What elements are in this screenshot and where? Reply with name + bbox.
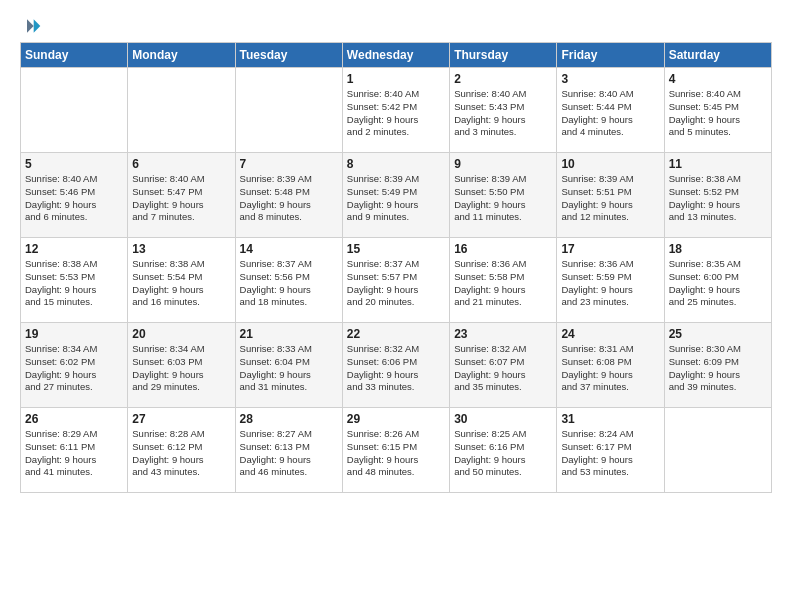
calendar-cell: 24Sunrise: 8:31 AM Sunset: 6:08 PM Dayli… (557, 323, 664, 408)
calendar-cell: 12Sunrise: 8:38 AM Sunset: 5:53 PM Dayli… (21, 238, 128, 323)
calendar-week-row: 12Sunrise: 8:38 AM Sunset: 5:53 PM Dayli… (21, 238, 772, 323)
cell-content: Sunrise: 8:27 AM Sunset: 6:13 PM Dayligh… (240, 428, 338, 479)
cell-content: Sunrise: 8:24 AM Sunset: 6:17 PM Dayligh… (561, 428, 659, 479)
day-number: 18 (669, 242, 767, 256)
day-number: 8 (347, 157, 445, 171)
calendar-cell: 20Sunrise: 8:34 AM Sunset: 6:03 PM Dayli… (128, 323, 235, 408)
calendar-week-row: 5Sunrise: 8:40 AM Sunset: 5:46 PM Daylig… (21, 153, 772, 238)
calendar-cell: 25Sunrise: 8:30 AM Sunset: 6:09 PM Dayli… (664, 323, 771, 408)
day-number: 25 (669, 327, 767, 341)
cell-content: Sunrise: 8:28 AM Sunset: 6:12 PM Dayligh… (132, 428, 230, 479)
day-number: 11 (669, 157, 767, 171)
day-number: 9 (454, 157, 552, 171)
calendar-cell (235, 68, 342, 153)
cell-content: Sunrise: 8:36 AM Sunset: 5:58 PM Dayligh… (454, 258, 552, 309)
cell-content: Sunrise: 8:38 AM Sunset: 5:52 PM Dayligh… (669, 173, 767, 224)
cell-content: Sunrise: 8:25 AM Sunset: 6:16 PM Dayligh… (454, 428, 552, 479)
cell-content: Sunrise: 8:39 AM Sunset: 5:50 PM Dayligh… (454, 173, 552, 224)
calendar-cell: 15Sunrise: 8:37 AM Sunset: 5:57 PM Dayli… (342, 238, 449, 323)
calendar-table: SundayMondayTuesdayWednesdayThursdayFrid… (20, 42, 772, 493)
cell-content: Sunrise: 8:39 AM Sunset: 5:51 PM Dayligh… (561, 173, 659, 224)
cell-content: Sunrise: 8:40 AM Sunset: 5:46 PM Dayligh… (25, 173, 123, 224)
calendar-cell: 8Sunrise: 8:39 AM Sunset: 5:49 PM Daylig… (342, 153, 449, 238)
calendar-cell: 9Sunrise: 8:39 AM Sunset: 5:50 PM Daylig… (450, 153, 557, 238)
calendar-cell: 29Sunrise: 8:26 AM Sunset: 6:15 PM Dayli… (342, 408, 449, 493)
day-number: 19 (25, 327, 123, 341)
day-number: 3 (561, 72, 659, 86)
day-number: 7 (240, 157, 338, 171)
cell-content: Sunrise: 8:34 AM Sunset: 6:03 PM Dayligh… (132, 343, 230, 394)
calendar-cell: 23Sunrise: 8:32 AM Sunset: 6:07 PM Dayli… (450, 323, 557, 408)
weekday-header: Monday (128, 43, 235, 68)
day-number: 31 (561, 412, 659, 426)
weekday-header: Thursday (450, 43, 557, 68)
cell-content: Sunrise: 8:37 AM Sunset: 5:56 PM Dayligh… (240, 258, 338, 309)
calendar-cell (128, 68, 235, 153)
cell-content: Sunrise: 8:33 AM Sunset: 6:04 PM Dayligh… (240, 343, 338, 394)
calendar-cell: 11Sunrise: 8:38 AM Sunset: 5:52 PM Dayli… (664, 153, 771, 238)
calendar-week-row: 19Sunrise: 8:34 AM Sunset: 6:02 PM Dayli… (21, 323, 772, 408)
day-number: 4 (669, 72, 767, 86)
cell-content: Sunrise: 8:32 AM Sunset: 6:07 PM Dayligh… (454, 343, 552, 394)
calendar-cell: 31Sunrise: 8:24 AM Sunset: 6:17 PM Dayli… (557, 408, 664, 493)
header (20, 16, 772, 36)
day-number: 16 (454, 242, 552, 256)
day-number: 14 (240, 242, 338, 256)
day-number: 24 (561, 327, 659, 341)
calendar-week-row: 26Sunrise: 8:29 AM Sunset: 6:11 PM Dayli… (21, 408, 772, 493)
day-number: 22 (347, 327, 445, 341)
weekday-header: Saturday (664, 43, 771, 68)
weekday-header: Sunday (21, 43, 128, 68)
day-number: 21 (240, 327, 338, 341)
calendar-cell: 30Sunrise: 8:25 AM Sunset: 6:16 PM Dayli… (450, 408, 557, 493)
cell-content: Sunrise: 8:26 AM Sunset: 6:15 PM Dayligh… (347, 428, 445, 479)
calendar-cell: 2Sunrise: 8:40 AM Sunset: 5:43 PM Daylig… (450, 68, 557, 153)
calendar-cell: 19Sunrise: 8:34 AM Sunset: 6:02 PM Dayli… (21, 323, 128, 408)
calendar-cell: 28Sunrise: 8:27 AM Sunset: 6:13 PM Dayli… (235, 408, 342, 493)
calendar-cell: 21Sunrise: 8:33 AM Sunset: 6:04 PM Dayli… (235, 323, 342, 408)
calendar-cell: 6Sunrise: 8:40 AM Sunset: 5:47 PM Daylig… (128, 153, 235, 238)
calendar-cell: 22Sunrise: 8:32 AM Sunset: 6:06 PM Dayli… (342, 323, 449, 408)
page: SundayMondayTuesdayWednesdayThursdayFrid… (0, 0, 792, 509)
cell-content: Sunrise: 8:40 AM Sunset: 5:42 PM Dayligh… (347, 88, 445, 139)
calendar-cell: 1Sunrise: 8:40 AM Sunset: 5:42 PM Daylig… (342, 68, 449, 153)
calendar-cell: 16Sunrise: 8:36 AM Sunset: 5:58 PM Dayli… (450, 238, 557, 323)
calendar-header-row: SundayMondayTuesdayWednesdayThursdayFrid… (21, 43, 772, 68)
weekday-header: Tuesday (235, 43, 342, 68)
day-number: 28 (240, 412, 338, 426)
calendar-cell: 26Sunrise: 8:29 AM Sunset: 6:11 PM Dayli… (21, 408, 128, 493)
day-number: 23 (454, 327, 552, 341)
calendar-cell: 10Sunrise: 8:39 AM Sunset: 5:51 PM Dayli… (557, 153, 664, 238)
cell-content: Sunrise: 8:40 AM Sunset: 5:47 PM Dayligh… (132, 173, 230, 224)
day-number: 12 (25, 242, 123, 256)
cell-content: Sunrise: 8:39 AM Sunset: 5:49 PM Dayligh… (347, 173, 445, 224)
day-number: 10 (561, 157, 659, 171)
calendar-body: 1Sunrise: 8:40 AM Sunset: 5:42 PM Daylig… (21, 68, 772, 493)
calendar-cell (664, 408, 771, 493)
day-number: 30 (454, 412, 552, 426)
cell-content: Sunrise: 8:30 AM Sunset: 6:09 PM Dayligh… (669, 343, 767, 394)
cell-content: Sunrise: 8:40 AM Sunset: 5:44 PM Dayligh… (561, 88, 659, 139)
calendar-cell: 27Sunrise: 8:28 AM Sunset: 6:12 PM Dayli… (128, 408, 235, 493)
day-number: 27 (132, 412, 230, 426)
cell-content: Sunrise: 8:40 AM Sunset: 5:43 PM Dayligh… (454, 88, 552, 139)
cell-content: Sunrise: 8:37 AM Sunset: 5:57 PM Dayligh… (347, 258, 445, 309)
weekday-header: Friday (557, 43, 664, 68)
calendar-week-row: 1Sunrise: 8:40 AM Sunset: 5:42 PM Daylig… (21, 68, 772, 153)
day-number: 17 (561, 242, 659, 256)
day-number: 2 (454, 72, 552, 86)
day-number: 5 (25, 157, 123, 171)
cell-content: Sunrise: 8:34 AM Sunset: 6:02 PM Dayligh… (25, 343, 123, 394)
cell-content: Sunrise: 8:29 AM Sunset: 6:11 PM Dayligh… (25, 428, 123, 479)
calendar-cell: 4Sunrise: 8:40 AM Sunset: 5:45 PM Daylig… (664, 68, 771, 153)
day-number: 13 (132, 242, 230, 256)
day-number: 29 (347, 412, 445, 426)
day-number: 15 (347, 242, 445, 256)
calendar-cell: 17Sunrise: 8:36 AM Sunset: 5:59 PM Dayli… (557, 238, 664, 323)
calendar-cell: 3Sunrise: 8:40 AM Sunset: 5:44 PM Daylig… (557, 68, 664, 153)
calendar-cell: 13Sunrise: 8:38 AM Sunset: 5:54 PM Dayli… (128, 238, 235, 323)
cell-content: Sunrise: 8:38 AM Sunset: 5:53 PM Dayligh… (25, 258, 123, 309)
cell-content: Sunrise: 8:32 AM Sunset: 6:06 PM Dayligh… (347, 343, 445, 394)
cell-content: Sunrise: 8:39 AM Sunset: 5:48 PM Dayligh… (240, 173, 338, 224)
day-number: 20 (132, 327, 230, 341)
